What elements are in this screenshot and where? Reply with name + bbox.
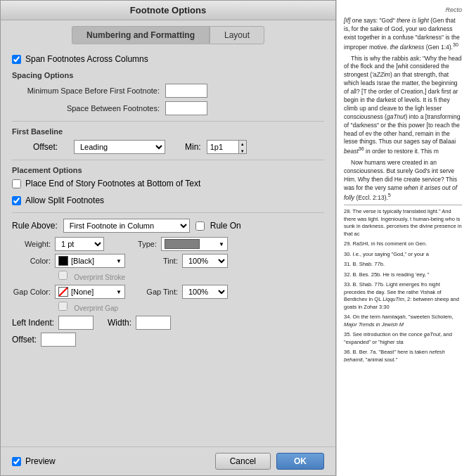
width-label: Width:	[108, 318, 131, 328]
gap-color-value: [None]	[71, 288, 94, 296]
footnote-options-dialog: Footnote Options Numbering and Formattin…	[0, 0, 336, 476]
gap-tint-row: Gap Tint: 100%	[139, 285, 228, 299]
allow-split-row: Allow Split Footnotes	[12, 195, 324, 205]
min-space-row: Minimum Space Before First Footnote: 0p6	[12, 84, 324, 98]
left-indent-label: Left Indent:	[12, 318, 54, 328]
doc-text: [If] one says: "God" there is light (Gen…	[344, 17, 462, 364]
color-value: [Black]	[71, 257, 94, 265]
placement-section-label: Placement Options	[12, 166, 324, 174]
color-select-box[interactable]: [Black] ▼	[55, 254, 125, 268]
min-label: Min:	[185, 142, 201, 152]
tint-row: Tint: 100%	[139, 254, 228, 268]
gap-color-dropdown-arrow: ▼	[116, 289, 122, 295]
indent-width-row: Left Indent: 0p0 Width: 6p0	[12, 316, 324, 330]
width-input[interactable]: 6p0	[136, 316, 171, 330]
weight-select[interactable]: 1 pt	[55, 237, 104, 251]
spinner-up[interactable]: ▲	[239, 141, 246, 148]
left-indent-item: Left Indent: 0p0	[12, 316, 94, 330]
spacing-section-label: Spacing Options	[12, 71, 324, 79]
spinner-down[interactable]: ▼	[239, 148, 246, 155]
tab-bar: Numbering and Formatting Layout	[1, 20, 335, 44]
preview-label: Preview	[25, 456, 56, 466]
overprint-gap-checkbox[interactable]	[58, 302, 68, 311]
type-row: Type: ▼	[118, 237, 228, 251]
spinner-arrows[interactable]: ▲ ▼	[238, 140, 247, 154]
offset-select[interactable]: Leading	[74, 140, 165, 154]
place-end-checkbox[interactable]	[12, 179, 21, 188]
place-end-label: Place End of Story Footnotes at Bottom o…	[25, 179, 200, 188]
tab-numbering-formatting[interactable]: Numbering and Formatting	[72, 26, 210, 44]
span-footnotes-label: Span Footnotes Across Columns	[25, 54, 148, 64]
rule-above-label: Rule Above:	[12, 221, 58, 231]
overprint-stroke-row: Overprint Stroke	[58, 271, 324, 282]
width-item: Width: 6p0	[108, 316, 171, 330]
rule-on-checkbox[interactable]	[195, 221, 205, 231]
weight-type-row: Weight: 1 pt Type: ▼	[12, 237, 324, 251]
type-dropdown-arrow: ▼	[219, 241, 224, 247]
dialog-container: Footnote Options Numbering and Formattin…	[0, 0, 469, 476]
gap-color-row: Gap Color: [None] ▼	[12, 285, 125, 299]
span-footnotes-checkbox[interactable]	[12, 55, 21, 64]
color-row: Color: [Black] ▼	[12, 254, 125, 268]
allow-split-checkbox[interactable]	[12, 196, 21, 205]
gap-color-swatch	[58, 287, 68, 297]
min-spinner: 1p1 ▲ ▼	[207, 140, 247, 154]
color-label: Color:	[12, 257, 51, 265]
min-value-input[interactable]: 1p1	[207, 140, 238, 154]
doc-header: Recto	[344, 6, 462, 14]
offset-label: Offset:	[33, 142, 68, 152]
tab-layout[interactable]: Layout	[210, 26, 264, 44]
gap-color-select-box[interactable]: [None] ▼	[55, 285, 125, 299]
offset-bottom-label: Offset:	[12, 335, 37, 345]
cancel-button[interactable]: Cancel	[215, 453, 271, 470]
type-swatch-box[interactable]: ▼	[161, 237, 228, 251]
weight-label: Weight:	[12, 240, 51, 248]
gap-color-label: Gap Color:	[12, 288, 51, 296]
min-space-label: Minimum Space Before First Footnote:	[12, 86, 160, 95]
baseline-row: Offset: Leading Min: 1p1 ▲ ▼	[33, 140, 324, 154]
gap-tint-select[interactable]: 100%	[182, 285, 228, 299]
offset-bottom-row: Offset: 0p0	[12, 333, 324, 347]
overprint-gap-row: Overprint Gap	[58, 302, 324, 313]
place-end-row: Place End of Story Footnotes at Bottom o…	[12, 179, 324, 188]
color-tint-row: Color: [Black] ▼ Tint: 100%	[12, 254, 324, 268]
between-label: Space Between Footnotes:	[12, 104, 160, 112]
color-swatch	[58, 256, 68, 266]
color-dropdown-arrow: ▼	[116, 258, 122, 264]
first-baseline-label: First Baseline	[12, 127, 324, 136]
offset-bottom-item: Offset: 0p0	[12, 333, 76, 347]
overprint-stroke-checkbox[interactable]	[58, 271, 68, 280]
doc-panel: Recto [If] one says: "God" there is ligh…	[336, 0, 469, 476]
between-input[interactable]: 0p0	[165, 101, 207, 115]
gap-color-tint-row: Gap Color: [None] ▼ Gap Tint: 100%	[12, 285, 324, 299]
tint-select[interactable]: 100%	[182, 254, 228, 268]
overprint-gap-label: Overprint Gap	[70, 304, 118, 312]
ok-button[interactable]: OK	[276, 453, 324, 470]
tint-label: Tint:	[139, 257, 178, 265]
preview-checkbox[interactable]	[12, 457, 21, 466]
dialog-content: Span Footnotes Across Columns Spacing Op…	[1, 44, 335, 446]
weight-row: Weight: 1 pt	[12, 237, 104, 251]
gap-tint-label: Gap Tint:	[139, 288, 178, 296]
overprint-stroke-label: Overprint Stroke	[70, 274, 125, 281]
span-footnotes-row: Span Footnotes Across Columns	[12, 54, 324, 64]
type-label: Type:	[118, 240, 157, 248]
left-indent-input[interactable]: 0p0	[58, 316, 94, 330]
offset-bottom-input[interactable]: 0p0	[41, 333, 76, 347]
rule-above-select[interactable]: First Footnote in Column	[63, 219, 190, 233]
rule-on-label: Rule On	[210, 221, 241, 231]
allow-split-label: Allow Split Footnotes	[25, 195, 104, 205]
between-footnotes-row: Space Between Footnotes: 0p0	[12, 101, 324, 115]
dialog-footer: Preview Cancel OK	[1, 446, 335, 475]
rule-above-row: Rule Above: First Footnote in Column Rul…	[12, 219, 324, 233]
type-swatch	[165, 239, 200, 249]
dialog-title: Footnote Options	[1, 1, 335, 20]
preview-row: Preview	[12, 456, 210, 466]
min-space-input[interactable]: 0p6	[165, 84, 207, 98]
